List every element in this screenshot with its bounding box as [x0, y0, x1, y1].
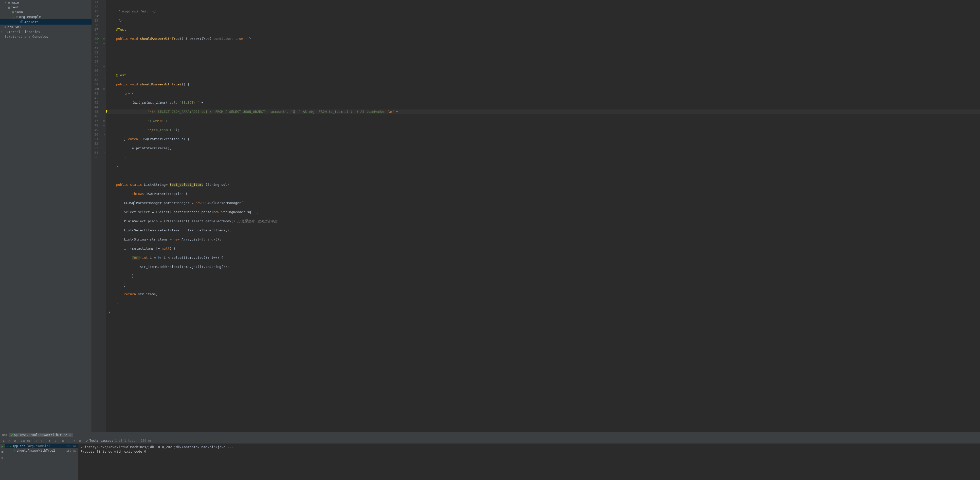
test-time: 159 ms: [66, 449, 76, 452]
test-time: 159 ms: [66, 445, 76, 448]
tree-label: main: [11, 0, 19, 4]
run-config-tab[interactable]: ✔ AppTest.shouldAnswerWithTrue2 ×: [9, 432, 73, 437]
package-icon: ▢: [16, 15, 18, 19]
console-line: /Library/Java/JavaVirtualMachines/jdk1.8…: [81, 445, 978, 449]
check-icon: ✔: [10, 444, 11, 448]
test-pass-icon: ✔: [11, 433, 13, 437]
tree-label: Scratches and Consoles: [5, 35, 48, 38]
export-button[interactable]: ⤴: [66, 438, 72, 443]
next-button[interactable]: ↓: [52, 438, 58, 443]
tree-label: org.example: [19, 15, 41, 19]
tree-item-apptest[interactable]: Ⓒ AppTest: [0, 19, 92, 25]
chevron-down-icon: ⌄: [13, 16, 16, 18]
sort-alpha-button[interactable]: ↑≡: [25, 438, 31, 443]
import-button[interactable]: ⊙: [60, 438, 66, 443]
check-icon: ✔: [86, 439, 88, 443]
project-tree[interactable]: › ▣ main ⌄ ▣ test ⌄ ▣ java ⌄ ▢ org.examp…: [0, 0, 92, 432]
rerun-side-button[interactable]: ▶: [2, 445, 3, 448]
code-editor[interactable]: 21 22 23 24⟳ 25 26 27 28 29⟳ 30 31 32 33…: [92, 0, 980, 432]
tree-label: pom.xml: [7, 25, 21, 29]
stop-side-button[interactable]: ■: [2, 450, 3, 454]
layout-side-button[interactable]: ⊞: [2, 456, 3, 459]
folder-icon: ▣: [8, 6, 10, 9]
test-status: Tests passed: 1 of 1 test – 159 ms: [89, 439, 152, 442]
tree-item-package[interactable]: ⌄ ▢ org.example: [0, 14, 92, 19]
run-side-toolbar: ▶ ■ ⊞: [0, 444, 5, 480]
tree-label: test: [11, 5, 19, 9]
settings-button[interactable]: ⚙: [77, 438, 83, 443]
test-class-name: AppTest: [13, 444, 25, 448]
tree-item-main[interactable]: › ▣ main: [0, 0, 92, 5]
test-class-pkg: (org.example): [26, 444, 50, 448]
filter-button[interactable]: ⊘: [12, 438, 18, 443]
tree-item-external-libs[interactable]: › External Libraries: [0, 29, 92, 34]
run-toolbar: ▶ ✔ ⊘ ↓≡ ↑≡ ⇥ ⇤ ↑ ↓ ⊙ ⤴ ↗ ⚙ ✔ Tests pass…: [0, 438, 980, 444]
open-button[interactable]: ↗: [72, 438, 77, 443]
fold-column[interactable]: └ ⊟ ⊟ ⊟ └└ ⊟ ⊟ ⊟└ └└ └: [102, 0, 106, 432]
tree-item-test[interactable]: ⌄ ▣ test: [0, 5, 92, 10]
source-folder-icon: ▣: [12, 10, 14, 14]
line-number-gutter: 21 22 23 24⟳ 25 26 27 28 29⟳ 30 31 32 33…: [92, 0, 102, 432]
chevron-down-icon: ⌄: [5, 6, 8, 9]
tree-item-java[interactable]: ⌄ ▣ java: [0, 10, 92, 14]
test-class-row[interactable]: ⌄ ✔ AppTest (org.example) 159 ms: [5, 444, 78, 448]
folder-icon: ▣: [8, 1, 10, 4]
test-method-name: shouldAnswerWithTrue2: [16, 449, 55, 452]
tree-label: External Libraries: [5, 30, 40, 34]
tree-item-scratches[interactable]: Scratches and Consoles: [0, 34, 92, 39]
diff-gutter-icon[interactable]: @: [97, 87, 99, 91]
tree-item-pom[interactable]: m pom.xml: [0, 25, 92, 29]
collapse-button[interactable]: ⇤: [39, 438, 45, 443]
tree-label: java: [15, 10, 23, 14]
run-tab-bar: un: ✔ AppTest.shouldAnswerWithTrue2 ×: [0, 432, 980, 438]
chevron-right-icon: ›: [1, 30, 4, 33]
class-icon: Ⓒ: [20, 20, 23, 24]
rerun-button[interactable]: ▶: [1, 438, 6, 443]
expand-button[interactable]: ⇥: [33, 438, 39, 443]
close-icon[interactable]: ×: [69, 433, 71, 437]
run-gutter-icon[interactable]: ⟳: [97, 37, 99, 41]
test-results-tree[interactable]: ⌄ ✔ AppTest (org.example) 159 ms ✔ shoul…: [5, 444, 79, 480]
right-margin-guide: [404, 0, 404, 432]
chevron-down-icon: ⌄: [9, 11, 12, 13]
tree-label: AppTest: [24, 20, 38, 24]
run-gutter-icon[interactable]: ⟳: [97, 14, 99, 18]
toggle-pass-button[interactable]: ✔: [6, 438, 12, 443]
run-label: un:: [0, 433, 9, 437]
chevron-right-icon: ›: [5, 1, 8, 4]
sort-button[interactable]: ↓≡: [20, 438, 25, 443]
check-icon: ✔: [14, 449, 16, 452]
run-tab-label: AppTest.shouldAnswerWithTrue2: [14, 433, 67, 437]
prev-button[interactable]: ↑: [47, 438, 52, 443]
test-method-row[interactable]: ✔ shouldAnswerWithTrue2 159 ms: [5, 448, 78, 453]
intention-bulb-icon[interactable]: 💡: [106, 110, 108, 114]
console-output[interactable]: /Library/Java/JavaVirtualMachines/jdk1.8…: [79, 444, 980, 480]
maven-icon: m: [5, 25, 6, 29]
run-panel: un: ✔ AppTest.shouldAnswerWithTrue2 × ▶ …: [0, 432, 980, 480]
code-content[interactable]: * Rigorous Test :-) */ @Test public void…: [106, 0, 980, 432]
chevron-down-icon: ⌄: [7, 445, 9, 448]
console-line: Process finished with exit code 0: [81, 449, 978, 454]
